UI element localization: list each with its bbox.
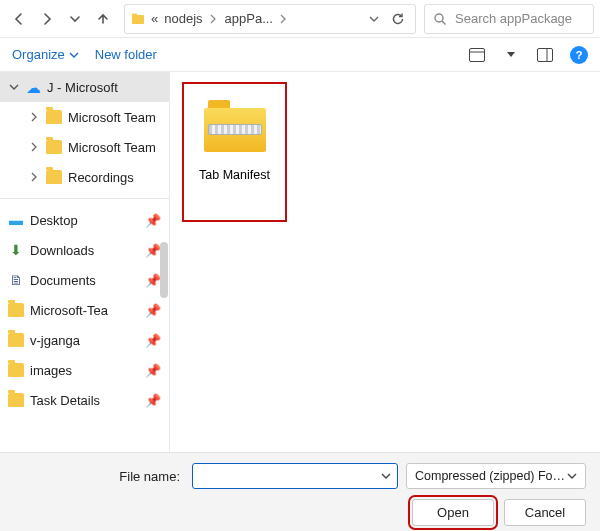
chevron-down-icon[interactable] bbox=[381, 471, 391, 481]
chevron-down-icon bbox=[68, 12, 82, 26]
pin-icon: 📌 bbox=[145, 333, 161, 348]
file-list-pane[interactable]: Tab Manifest bbox=[170, 72, 600, 452]
svg-rect-4 bbox=[538, 48, 553, 61]
help-button[interactable]: ? bbox=[570, 46, 588, 64]
pin-icon: 📌 bbox=[145, 213, 161, 228]
breadcrumb-segment[interactable]: nodejs bbox=[164, 11, 202, 26]
back-button[interactable] bbox=[6, 6, 32, 32]
svg-rect-3 bbox=[470, 48, 485, 61]
svg-point-2 bbox=[435, 14, 443, 22]
tree-item[interactable]: Microsoft Team bbox=[0, 102, 169, 132]
breadcrumb-segment[interactable]: appPa... bbox=[225, 11, 273, 26]
pin-icon: 📌 bbox=[145, 243, 161, 258]
chevron-right-icon bbox=[28, 172, 40, 182]
chevron-down-icon bbox=[567, 471, 577, 481]
breadcrumb-dropdown[interactable] bbox=[363, 8, 385, 30]
documents-icon: 🗎 bbox=[8, 272, 24, 288]
chevron-right-icon bbox=[28, 142, 40, 152]
file-name-input[interactable] bbox=[192, 463, 398, 489]
search-icon bbox=[433, 12, 447, 26]
folder-icon bbox=[46, 170, 62, 184]
folder-icon bbox=[8, 303, 24, 317]
file-name-label: File name: bbox=[14, 469, 184, 484]
tree-item-root[interactable]: ☁ J - Microsoft bbox=[0, 72, 169, 102]
view-dropdown[interactable] bbox=[502, 46, 520, 64]
quick-access-item[interactable]: Task Details 📌 bbox=[0, 385, 169, 415]
new-folder-button[interactable]: New folder bbox=[95, 47, 157, 62]
navigation-toolbar: « nodejs appPa... Search appPackage bbox=[0, 0, 600, 38]
preview-pane-icon bbox=[537, 48, 553, 62]
forward-button[interactable] bbox=[34, 6, 60, 32]
view-options-button[interactable] bbox=[468, 46, 486, 64]
sidebar: ☁ J - Microsoft Microsoft Team Microsoft… bbox=[0, 72, 170, 452]
desktop-icon: ▬ bbox=[8, 212, 24, 228]
chevron-down-icon bbox=[368, 13, 380, 25]
chevron-right-icon bbox=[28, 112, 40, 122]
folder-icon bbox=[46, 140, 62, 154]
arrow-left-icon bbox=[11, 11, 27, 27]
folder-icon bbox=[46, 110, 62, 124]
tree-item[interactable]: Microsoft Team bbox=[0, 132, 169, 162]
layout-icon bbox=[469, 48, 485, 62]
folder-icon bbox=[8, 393, 24, 407]
chevron-down-icon bbox=[69, 50, 79, 60]
search-placeholder: Search appPackage bbox=[455, 11, 572, 26]
quick-access-item[interactable]: ⬇ Downloads 📌 bbox=[0, 235, 169, 265]
onedrive-icon: ☁ bbox=[26, 80, 41, 95]
zip-folder-icon bbox=[204, 100, 266, 152]
pin-icon: 📌 bbox=[145, 273, 161, 288]
scrollbar-thumb[interactable] bbox=[160, 242, 168, 298]
pin-icon: 📌 bbox=[145, 393, 161, 408]
organize-menu[interactable]: Organize bbox=[12, 47, 79, 62]
cancel-button[interactable]: Cancel bbox=[504, 499, 586, 526]
dialog-body: ☁ J - Microsoft Microsoft Team Microsoft… bbox=[0, 72, 600, 452]
pin-icon: 📌 bbox=[145, 363, 161, 378]
arrow-up-icon bbox=[95, 11, 111, 27]
refresh-button[interactable] bbox=[387, 8, 409, 30]
quick-access-item[interactable]: v-jganga 📌 bbox=[0, 325, 169, 355]
file-type-filter[interactable]: Compressed (zipped) Folder bbox=[406, 463, 586, 489]
caret-down-icon bbox=[507, 51, 515, 59]
downloads-icon: ⬇ bbox=[8, 242, 24, 258]
organize-toolbar: Organize New folder ? bbox=[0, 38, 600, 72]
search-input[interactable]: Search appPackage bbox=[424, 4, 594, 34]
quick-access-item[interactable]: 🗎 Documents 📌 bbox=[0, 265, 169, 295]
folder-icon bbox=[8, 333, 24, 347]
tree-item[interactable]: Recordings bbox=[0, 162, 169, 192]
sidebar-divider bbox=[0, 198, 169, 199]
dialog-footer: File name: Compressed (zipped) Folder Op… bbox=[0, 452, 600, 531]
file-tile-label: Tab Manifest bbox=[199, 168, 270, 182]
quick-access-item[interactable]: Microsoft-Tea 📌 bbox=[0, 295, 169, 325]
file-tile-tab-manifest[interactable]: Tab Manifest bbox=[182, 82, 287, 222]
open-button[interactable]: Open bbox=[412, 499, 494, 526]
refresh-icon bbox=[391, 12, 405, 26]
quick-access-item[interactable]: ▬ Desktop 📌 bbox=[0, 205, 169, 235]
breadcrumb[interactable]: « nodejs appPa... bbox=[124, 4, 416, 34]
preview-pane-button[interactable] bbox=[536, 46, 554, 64]
arrow-right-icon bbox=[39, 11, 55, 27]
svg-rect-1 bbox=[132, 13, 137, 16]
breadcrumb-prefix: « bbox=[151, 11, 158, 26]
folder-icon bbox=[8, 363, 24, 377]
folder-ellipsis-icon bbox=[131, 12, 145, 26]
up-button[interactable] bbox=[90, 6, 116, 32]
quick-access-item[interactable]: images 📌 bbox=[0, 355, 169, 385]
pin-icon: 📌 bbox=[145, 303, 161, 318]
chevron-down-icon bbox=[8, 82, 20, 92]
chevron-right-icon bbox=[279, 14, 289, 24]
recent-locations-button[interactable] bbox=[62, 6, 88, 32]
chevron-right-icon bbox=[209, 14, 219, 24]
